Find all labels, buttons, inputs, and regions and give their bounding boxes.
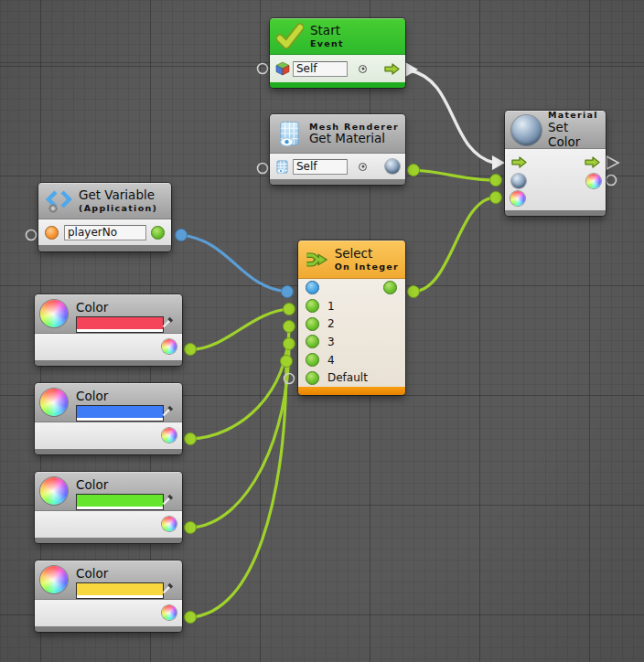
select-option-3-port[interactable] — [306, 335, 319, 348]
color-swatch[interactable] — [76, 405, 164, 422]
color-input-port[interactable] — [510, 191, 525, 206]
select-option-row[interactable]: 3 — [298, 333, 405, 351]
node-subtitle: On Integer — [335, 262, 399, 272]
node-start-event[interactable]: Start Event — [270, 18, 405, 88]
unconnected-indicator-start-self — [258, 64, 268, 74]
variable-brackets-gear-icon — [45, 188, 72, 214]
graph-canvas[interactable]: Start Event — [0, 0, 644, 662]
mesh-renderer-mini-icon — [275, 160, 289, 174]
wire-select-to-setcolor[interactable] — [413, 198, 496, 292]
get-material-target-dot-port[interactable] — [359, 163, 367, 171]
node-title: Color — [76, 566, 108, 581]
node-color-header[interactable]: Color — [35, 561, 182, 600]
wire-color1-to-select[interactable] — [190, 309, 289, 349]
select-option-label: 3 — [327, 336, 335, 348]
node-subtitle: Event — [310, 38, 344, 48]
start-target-input[interactable] — [293, 61, 348, 77]
get-material-target-input[interactable] — [293, 159, 348, 175]
variable-name-input-port[interactable] — [45, 226, 59, 240]
color-output-port[interactable] — [162, 605, 177, 620]
node-color-header[interactable]: Color — [35, 383, 182, 422]
node-color-1[interactable]: Color — [35, 294, 182, 366]
node-color-header[interactable]: Color — [35, 472, 182, 511]
color-output-port[interactable] — [586, 174, 601, 188]
node-footer — [505, 210, 606, 216]
alpha-bar — [77, 329, 163, 332]
check-icon — [276, 23, 304, 50]
select-output-port[interactable] — [383, 281, 397, 294]
eyedropper-icon[interactable] — [162, 494, 174, 506]
select-option-label: 2 — [327, 317, 335, 330]
node-footer — [270, 179, 405, 185]
eyedropper-icon[interactable] — [162, 316, 174, 328]
node-title: Color — [76, 477, 108, 492]
color-wheel-icon — [40, 477, 68, 505]
node-color-4[interactable]: Color — [35, 561, 182, 632]
wire-color2-to-select[interactable] — [190, 326, 289, 439]
select-option-row[interactable]: 4 — [298, 351, 405, 369]
select-option-label: Default — [327, 371, 368, 384]
node-set-color[interactable]: Material Set Color — [505, 111, 606, 216]
node-subtitle: (Application) — [79, 203, 157, 213]
select-option-label: 4 — [327, 354, 335, 367]
color-output-port[interactable] — [162, 428, 177, 443]
eyedropper-icon[interactable] — [162, 582, 174, 594]
flow-output-arrow-icon[interactable] — [384, 63, 400, 75]
node-footer — [298, 387, 405, 395]
node-title: Get Material — [309, 132, 399, 146]
color-wheel-icon — [40, 566, 68, 593]
node-select-header[interactable]: Select On Integer — [298, 240, 405, 279]
node-title: Color — [76, 389, 108, 403]
color-swatch[interactable] — [76, 582, 164, 599]
alpha-bar — [77, 507, 163, 509]
node-color-header[interactable]: Color — [35, 294, 182, 334]
node-footer — [270, 82, 405, 88]
node-get-material-header[interactable]: Mesh Renderer Get Material — [270, 114, 405, 154]
flow-input-arrow-icon[interactable] — [511, 156, 527, 168]
color-output-port[interactable] — [162, 339, 177, 354]
color-output-port[interactable] — [162, 517, 177, 531]
select-option-row[interactable]: 1 — [298, 297, 405, 315]
color-swatch[interactable] — [76, 494, 164, 510]
node-start-header[interactable]: Start Event — [270, 18, 405, 55]
flow-output-arrow-icon[interactable] — [585, 156, 600, 168]
wire-start-to-setcolor[interactable] — [410, 70, 494, 163]
select-option-2-port[interactable] — [306, 317, 319, 331]
select-option-4-port[interactable] — [306, 353, 319, 367]
wire-flow-arrowhead-start — [405, 62, 418, 77]
alpha-bar — [77, 418, 163, 421]
node-title: Get Variable — [79, 188, 157, 203]
node-footer — [35, 360, 182, 366]
start-target-dot-port[interactable] — [359, 65, 367, 73]
color-wheel-icon — [40, 300, 68, 327]
material-sphere-icon — [511, 115, 542, 145]
wire-getmaterial-to-setcolor[interactable] — [413, 170, 496, 180]
wire-getvariable-to-select[interactable] — [181, 235, 287, 292]
select-option-row[interactable]: 2 — [298, 315, 405, 333]
alpha-bar — [77, 595, 163, 598]
unconnected-indicator-getvariable — [27, 230, 37, 240]
gameobject-cube-icon — [275, 61, 290, 76]
node-title: Color — [76, 300, 108, 315]
material-input-port[interactable] — [511, 174, 526, 188]
node-select-on-integer[interactable]: Select On Integer 1 2 3 4 — [298, 240, 405, 395]
node-color-3[interactable]: Color — [35, 472, 182, 543]
wire-color4-to-select[interactable] — [190, 361, 286, 617]
select-option-row[interactable]: Default — [298, 368, 405, 387]
select-option-label: 1 — [327, 300, 335, 313]
select-selector-input-port[interactable] — [306, 281, 319, 294]
color-swatch[interactable] — [76, 316, 164, 333]
node-set-color-header[interactable]: Material Set Color — [505, 111, 606, 149]
material-output-port[interactable] — [385, 159, 400, 174]
wire-flow-arrowhead-end — [492, 155, 505, 170]
node-get-material[interactable]: Mesh Renderer Get Material — [270, 114, 405, 185]
select-default-port[interactable] — [306, 371, 319, 385]
variable-name-input[interactable] — [64, 225, 146, 240]
node-get-variable-header[interactable]: Get Variable (Application) — [38, 183, 171, 219]
select-option-1-port[interactable] — [306, 299, 319, 313]
node-color-2[interactable]: Color — [35, 383, 182, 454]
eyedropper-icon[interactable] — [162, 405, 174, 417]
node-get-variable[interactable]: Get Variable (Application) — [38, 183, 171, 251]
unconnected-indicator-setcolor-flowout — [606, 156, 618, 169]
variable-value-output-port[interactable] — [151, 226, 165, 240]
